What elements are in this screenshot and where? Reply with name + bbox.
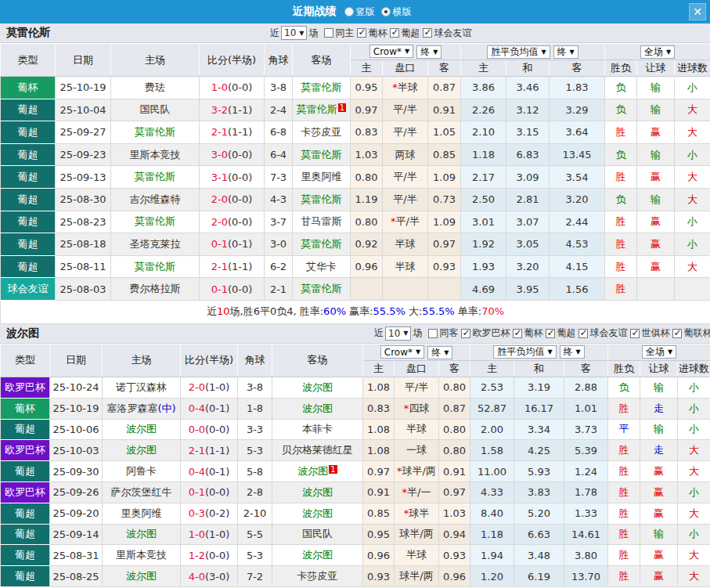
radio-selected-icon[interactable] (381, 7, 391, 16)
away-team-name: 本菲卡 (302, 423, 333, 435)
home-team-cell: 费尔格拉斯 (111, 278, 200, 301)
date-cell: 25-08-18 (56, 233, 111, 256)
sub-column-header: 和 (514, 360, 564, 377)
goals-result-cell: 小 (675, 77, 710, 99)
halftime-score: (0-0) (228, 216, 252, 228)
goals-result-cell: 大 (675, 255, 710, 278)
layout-radio-horizontal[interactable]: 横版 (381, 5, 412, 19)
avg-draw-cell: 3.46 (506, 77, 550, 99)
fulltime-score: 3-1 (211, 171, 228, 183)
odds-away-cell: 0.93 (428, 255, 461, 278)
chevron-down-icon: ▼ (299, 30, 304, 37)
fulltime-score: 0-3 (189, 507, 205, 519)
avg-type-select-value: 胜平负均值 (491, 45, 538, 59)
goals-result-cell: 小 (678, 482, 710, 503)
match-row: 欧罗巴杯25-09-26萨尔茨堡红牛0-1(0-0)2-8波尔图0.91*半/一… (1, 482, 710, 503)
odds-home-cell: 1.19 (351, 188, 383, 211)
odds-stage-select[interactable]: 终▼ (416, 45, 441, 59)
competition-checkbox[interactable] (546, 329, 555, 338)
away-team-name: 波尔图 (302, 381, 333, 393)
date-cell: 25-08-25 (50, 566, 103, 587)
competition-checkbox[interactable] (513, 329, 522, 338)
same-venue-checkbox[interactable] (428, 329, 438, 338)
away-team-cell: 波尔图 (272, 482, 363, 503)
avg-away-cell: 13.45 (550, 143, 605, 166)
avg-stage-select-value: 终 (557, 45, 567, 59)
halftime-score: (0-0) (228, 171, 252, 183)
match-row: 葡超25-08-30吉尔维森特2-0(0-0)4-3莫雷伦斯1.19平/半0.7… (1, 188, 710, 211)
corner-cell: 3-7 (265, 211, 293, 233)
odds-away-cell: 0.91 (428, 99, 461, 121)
score-cell: 4-0(3-0) (181, 566, 238, 587)
avg-type-select[interactable]: 胜平负均值▼ (493, 345, 556, 359)
match-count-select[interactable]: 10▼ (281, 26, 307, 40)
home-team-name: 里斯本竞技 (116, 549, 167, 561)
competition-checkbox[interactable] (461, 329, 470, 338)
result-cell: 胜 (608, 566, 640, 587)
competition-type-cell: 葡超 (1, 121, 56, 144)
scope-select[interactable]: 全场▼ (640, 45, 675, 59)
date-cell: 25-08-23 (56, 211, 111, 233)
home-team-suffix: (中) (157, 402, 175, 414)
avg-stage-select[interactable]: 终▼ (560, 345, 585, 359)
avg-draw-cell: 16.17 (514, 398, 564, 419)
same-venue-checkbox[interactable] (324, 28, 333, 38)
avg-type-select[interactable]: 胜平负均值▼ (487, 45, 550, 59)
competition-checkbox[interactable] (672, 329, 682, 338)
avg-home-cell: 1.18 (461, 143, 506, 166)
match-row: 葡超25-09-30阿鲁卡0-4(0-1)5-8波尔图10.97*球半/两0.9… (1, 461, 710, 482)
avg-home-cell: 1.58 (470, 440, 514, 461)
competition-type-cell: 欧罗巴杯 (1, 377, 50, 398)
handicap-value: 两球 (395, 149, 416, 161)
avg-away-cell: 1.78 (564, 482, 608, 503)
avg-draw-cell: 3.20 (506, 255, 550, 278)
card-badge: 1 (329, 465, 337, 474)
avg-home-cell: 8.40 (470, 503, 514, 524)
competition-checkbox[interactable] (423, 28, 432, 38)
odds-away-cell: 0.96 (439, 566, 470, 587)
odds-home-cell: 0.96 (363, 545, 395, 566)
date-cell: 25-10-24 (50, 377, 103, 398)
competition-type-cell: 葡杯 (1, 77, 56, 99)
competition-checkbox[interactable] (357, 28, 366, 38)
match-count-select[interactable]: 10▼ (385, 326, 411, 341)
bookmaker-select[interactable]: Crow*▼ (380, 345, 424, 359)
competition-checkbox[interactable] (630, 329, 640, 338)
away-team-name: 莫雷伦斯 (301, 193, 342, 205)
odds-stage-select[interactable]: 终▼ (427, 346, 452, 359)
competition-type-cell: 葡杯 (1, 398, 50, 419)
odds-away-cell: 0.80 (439, 419, 470, 440)
close-icon[interactable]: ✕ (689, 3, 706, 20)
summary-part: 近 (207, 305, 217, 317)
match-row: 葡超25-08-23莫雷伦斯2-0(0-0)3-7甘马雷斯0.80*平/半1.0… (1, 211, 710, 233)
odds-away-cell (428, 278, 461, 301)
competition-checkbox[interactable] (578, 329, 588, 338)
bookmaker-select[interactable]: Crow*▼ (369, 45, 413, 58)
date-cell: 25-08-11 (56, 255, 111, 278)
goals-result-cell: 小 (678, 419, 710, 440)
score-cell: 0-4(0-1) (181, 461, 238, 482)
scope-select[interactable]: 全场▼ (642, 345, 676, 359)
handicap-result-cell: 赢 (637, 166, 675, 189)
handicap-cell: 半球 (395, 545, 439, 566)
summary-part: 赢率: (346, 305, 373, 317)
radio-unselected-icon[interactable] (344, 7, 354, 16)
summary-cell: 近10场,胜6平0负4, 胜率:60% 赢率:55.5% 大:55.5% 单率:… (1, 300, 710, 323)
avg-draw-cell: 2.81 (506, 188, 550, 211)
layout-radio-vertical[interactable]: 竖版 (344, 5, 375, 19)
fulltime-score: 2-1 (211, 126, 228, 138)
sub-column-header: 客 (550, 60, 605, 77)
away-team-name: 莫雷伦斯 (301, 81, 342, 93)
handicap-value: 平/半 (405, 381, 428, 393)
odds-home-cell: 0.80 (351, 166, 383, 189)
home-team-name: 莫雷伦斯 (135, 261, 175, 272)
handicap-result-cell: 赢 (640, 503, 678, 524)
odds-group-header: Crow*▼终▼ (363, 344, 470, 360)
competition-checkbox[interactable] (390, 28, 399, 38)
halftime-score: (0-1) (228, 238, 252, 250)
match-count-value: 10 (388, 328, 400, 339)
avg-stage-select[interactable]: 终▼ (553, 45, 578, 59)
handicap-result-cell: 输 (640, 524, 678, 545)
handicap-result-cell: 输 (640, 377, 678, 398)
result-cell: 胜 (605, 211, 637, 233)
